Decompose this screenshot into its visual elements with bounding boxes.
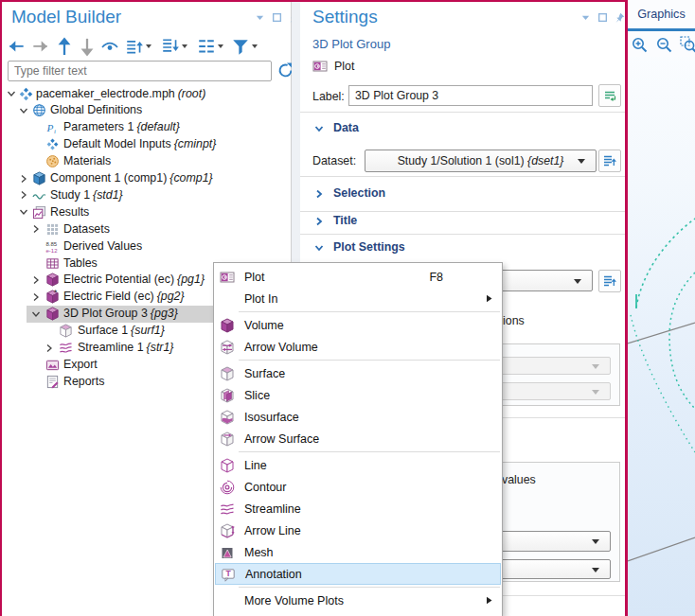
menu-item-annotation[interactable]: TAnnotation	[215, 563, 501, 585]
menu-item-streamline[interactable]: Streamline	[214, 498, 502, 519]
menu-item-isosurface[interactable]: Isosurface	[214, 406, 502, 428]
dropdown-caret-icon[interactable]	[182, 44, 187, 48]
collapse-chevron-icon[interactable]	[19, 207, 28, 217]
tree-item-component-1-comp1[interactable]: Component 1 (comp1){comp1}	[0, 170, 292, 187]
menu-item-plot-in[interactable]: Plot In	[214, 288, 502, 309]
menu-item-plot[interactable]: PlotF8	[214, 266, 502, 288]
tree-filter-input[interactable]	[8, 61, 272, 81]
expand-chevron-icon[interactable]	[45, 343, 54, 353]
menu-item-surface[interactable]: Surface	[214, 362, 502, 384]
toolbar-move-down-button[interactable]	[78, 37, 97, 56]
menu-item-line[interactable]: Line	[214, 454, 502, 476]
tree-item-global-definitions[interactable]: Global Definitions	[0, 102, 292, 119]
menu-item-contour[interactable]: Contour	[214, 476, 502, 498]
export-icon	[45, 358, 60, 372]
zoom-box-icon[interactable]	[680, 36, 695, 54]
go-to-source-button[interactable]	[598, 150, 621, 172]
zoom-in-icon[interactable]	[631, 36, 649, 54]
menu-icon-spacer	[220, 593, 235, 608]
tab-underline	[628, 28, 695, 31]
toolbar-back-button[interactable]	[8, 37, 27, 56]
comsol-file-icon	[19, 87, 33, 101]
plot-icon	[312, 59, 328, 74]
parameters-icon: Pi	[45, 120, 60, 134]
menu-item-label: Slice	[244, 389, 270, 402]
toolbar-show-button[interactable]	[100, 37, 119, 56]
label-input[interactable]: 3D Plot Group 3	[348, 85, 593, 106]
zoom-out-icon[interactable]	[655, 36, 673, 54]
arrow-line-icon	[220, 523, 235, 538]
menu-item-arrow-surface[interactable]: Arrow Surface	[214, 428, 502, 449]
expand-chevron-icon[interactable]	[31, 275, 41, 285]
pin-panel-icon[interactable]	[615, 12, 625, 23]
toolbar-expand-down-button[interactable]	[161, 37, 180, 56]
collapse-chevron-icon[interactable]	[31, 309, 41, 319]
tree-item-parameters-1[interactable]: PiParameters 1{default}	[0, 119, 292, 136]
svg-text:P: P	[45, 122, 53, 133]
menu-item-mesh[interactable]: Mesh	[214, 541, 502, 563]
settings-window-controls	[580, 12, 625, 23]
toolbar-collapse-up-button[interactable]	[125, 37, 144, 56]
dropdown-caret-icon[interactable]	[218, 44, 223, 48]
menu-item-slice[interactable]: Slice	[214, 384, 502, 406]
dataset-dropdown[interactable]: Study 1/Solution 1 (sol1) {dset1}	[365, 150, 597, 172]
menu-item-more-volume-plots[interactable]: More Volume Plots	[214, 590, 502, 611]
tree-item-label: Results	[50, 205, 89, 219]
plot-button[interactable]: Plot	[312, 57, 354, 76]
tree-item-label: Default Model Inputs	[63, 137, 171, 150]
tree-item-label: Global Definitions	[50, 103, 142, 116]
tree-item-study-1[interactable]: Study 1{std1}	[0, 186, 292, 203]
menu-item-label: Arrow Surface	[244, 432, 319, 446]
menu-item-arrow-line[interactable]: Arrow Line	[214, 519, 502, 541]
toolbar-filter-button[interactable]	[231, 37, 250, 56]
materials-icon	[45, 154, 60, 168]
go-to-view-button[interactable]	[598, 270, 621, 292]
rename-icon	[602, 88, 617, 103]
float-panel-icon[interactable]	[272, 12, 282, 23]
float-panel-icon[interactable]	[597, 12, 608, 23]
menu-shortcut: F8	[429, 271, 443, 284]
panel-menu-chevron-icon[interactable]	[255, 12, 265, 23]
svg-text:e-12: e-12	[45, 247, 58, 253]
tree-item-tag: {pg3}	[151, 307, 178, 320]
graphics-toolbar	[631, 36, 695, 54]
tree-item-derived-values[interactable]: 8.85e-12Derived Values	[0, 238, 292, 255]
svg-text:8.85: 8.85	[45, 240, 57, 246]
toolbar-forward-button[interactable]	[30, 37, 49, 56]
expand-chevron-icon[interactable]	[19, 190, 28, 200]
tab-graphics[interactable]: Graphics	[628, 8, 695, 21]
graphics-panel: Graphics	[628, 0, 695, 616]
tree-item-datasets[interactable]: Datasets	[0, 220, 292, 238]
expand-chevron-icon[interactable]	[31, 224, 41, 234]
datasets-icon	[45, 222, 60, 237]
menu-item-volume[interactable]: Volume	[214, 314, 502, 336]
collapse-chevron-icon[interactable]	[7, 89, 16, 98]
svg-text:T: T	[225, 569, 231, 578]
tree-item-tag: {surf1}	[131, 324, 165, 337]
menu-item-label: Plot	[244, 271, 265, 284]
volume-icon	[220, 318, 235, 333]
dropdown-arrow-icon	[592, 539, 599, 544]
collapse-chevron-icon[interactable]	[19, 106, 28, 115]
tree-item-results[interactable]: Results	[0, 203, 292, 220]
tree-item-label: Export	[63, 358, 98, 371]
panel-menu-chevron-icon[interactable]	[580, 12, 591, 23]
dropdown-arrow-icon	[592, 568, 599, 572]
window-border	[0, 0, 628, 2]
rename-button[interactable]	[598, 84, 621, 107]
menu-item-label: Volume	[244, 319, 284, 332]
dropdown-caret-icon[interactable]	[146, 44, 151, 48]
menu-item-arrow-volume[interactable]: Arrow Volume	[214, 336, 502, 358]
tree-item-tag: {comp1}	[169, 171, 212, 185]
toolbar-node-view-button[interactable]	[197, 37, 216, 56]
tree-item-materials[interactable]: Materials	[0, 153, 292, 170]
dropdown-caret-icon[interactable]	[252, 44, 258, 48]
tree-item-pacemaker-electrode-mph[interactable]: pacemaker_electrode.mph(root)	[0, 85, 292, 102]
expand-chevron-icon[interactable]	[19, 174, 28, 184]
toolbar-move-up-button[interactable]	[55, 37, 74, 56]
checkbox-label-fragment: values	[502, 473, 536, 486]
expand-chevron-icon[interactable]	[31, 292, 41, 302]
globe-icon	[32, 103, 46, 117]
tree-item-default-model-inputs[interactable]: Default Model Inputs{cminpt}	[0, 136, 292, 153]
submenu-arrow-icon	[485, 294, 493, 303]
